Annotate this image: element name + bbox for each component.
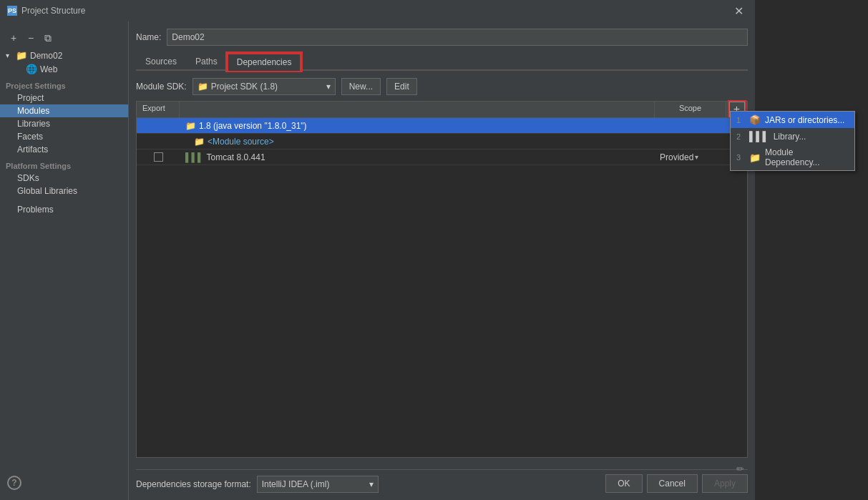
sidebar-item-global-libraries-label: Global Libraries [17,186,77,196]
col-header-scope: Scope [654,102,726,117]
table-row[interactable]: 📁 <Module source> [137,134,747,149]
sidebar-item-libraries-label: Libraries [17,119,50,129]
apply-button[interactable]: Apply [702,474,748,493]
help-button[interactable]: ? [7,476,21,490]
sidebar-item-project[interactable]: Project [0,92,128,104]
tab-sources[interactable]: Sources [136,53,186,69]
sdk-select[interactable]: 📁 Project SDK (1.8) ▾ [192,78,336,95]
sdk-select-arrow-icon: ▾ [326,82,331,92]
name-input[interactable] [167,29,748,46]
storage-select-arrow-icon: ▾ [369,479,374,489]
jars-icon: 📦 [749,114,761,125]
dropdown-item-library[interactable]: 2 ▌▌▌ Library... [731,128,854,144]
dropdown-item-jars[interactable]: 1 📦 JARs or directories... [731,112,854,128]
tabs-bar: Sources Paths Dependencies [136,53,748,71]
table-row[interactable]: ▌▌▌ Tomcat 8.0.441 Provided ▾ [137,149,747,165]
dropdown-item-1-label: JARs or directories... [765,115,844,125]
tree-item-demo02-label: Demo02 [30,51,62,61]
dialog-title: PS Project Structure [7,6,85,16]
dropdown-item-module-dep[interactable]: 3 📁 Module Dependency... [731,144,854,170]
sidebar-item-artifacts-label: Artifacts [17,144,48,155]
dropdown-item-2-num: 2 [736,132,745,141]
source-folder-icon: 📁 [194,137,205,147]
add-module-button[interactable]: + [6,30,21,46]
sidebar-item-modules-label: Modules [17,106,49,116]
dependencies-table-wrapper: Export Scope + 📁 1.8 (java version "1.8 [136,101,748,493]
bottom-buttons: OK Cancel Apply [605,474,748,493]
row1-name: 📁 1.8 (java version "1.8.0_31") [180,119,654,132]
dialog-close-button[interactable]: ✕ [730,3,748,19]
sidebar-item-global-libraries[interactable]: Global Libraries [0,185,128,197]
module-dep-icon: 📁 [749,152,761,163]
dropdown-item-3-num: 3 [736,153,745,162]
tab-dependencies[interactable]: Dependencies [227,53,302,71]
sidebar-item-project-label: Project [17,93,44,103]
ok-button[interactable]: OK [605,474,642,493]
tree-item-demo02[interactable]: ▾ 📁 Demo02 [0,49,128,62]
copy-module-button[interactable]: ⧉ [40,30,56,46]
sdk-select-value: Project SDK (1.8) [211,82,278,92]
dialog-body: + − ⧉ ▾ 📁 Demo02 🌐 Web Project Settings … [0,21,755,500]
cancel-button[interactable]: Cancel [647,474,698,493]
sdk-folder-icon2: 📁 [185,121,196,131]
library-menu-icon: ▌▌▌ [749,131,769,142]
main-content: Name: Sources Paths Dependencies Module … [129,21,755,500]
row1-check [137,124,180,127]
sdk-row: Module SDK: 📁 Project SDK (1.8) ▾ New...… [136,78,748,95]
tree-arrow-demo02: ▾ [6,52,13,59]
sidebar-item-modules[interactable]: Modules [0,104,128,117]
add-dependency-dropdown: 1 📦 JARs or directories... 2 ▌▌▌ Library… [730,111,855,171]
library-icon: ▌▌▌ [185,152,204,162]
dropdown-item-1-num: 1 [736,116,745,124]
sidebar: + − ⧉ ▾ 📁 Demo02 🌐 Web Project Settings … [0,21,129,500]
table-header: Export Scope + [136,101,748,117]
row3-name-text: Tomcat 8.0.441 [207,152,265,162]
sidebar-item-facets-label: Facets [17,132,43,142]
row3-name: ▌▌▌ Tomcat 8.0.441 [180,151,654,164]
scope-dropdown-arrow-icon: ▾ [695,153,698,161]
project-settings-header: Project Settings [0,76,128,92]
sidebar-toolbar: + − ⧉ [0,27,128,49]
tree-item-web-label: Web [40,64,57,74]
edit-sdk-button[interactable]: Edit [386,78,417,95]
row2-name: 📁 <Module source> [180,135,654,148]
name-row: Name: [136,29,748,46]
dependencies-table-body: 📁 1.8 (java version "1.8.0_31") 📁 <Modul… [136,117,748,458]
new-sdk-button[interactable]: New... [341,78,381,95]
storage-label: Dependencies storage format: [136,479,251,489]
tree-item-web[interactable]: 🌐 Web [0,62,128,76]
sidebar-item-sdks-label: SDKs [17,173,39,183]
platform-settings-header: Platform Settings [0,156,128,172]
pencil-area: ✏ [136,458,748,464]
dialog-titlebar: PS Project Structure ✕ [0,0,755,21]
col-header-export: Export [137,102,180,117]
row2-name-text: <Module source> [208,137,274,147]
sidebar-item-sdks[interactable]: SDKs [0,172,128,185]
demo02-folder-icon: 📁 [16,50,27,61]
ide-background [755,0,868,500]
scope-dropdown[interactable]: Provided ▾ [660,152,720,162]
row3-check[interactable] [137,151,180,163]
row3-checkbox[interactable] [154,152,163,162]
dropdown-item-3-label: Module Dependency... [765,147,849,167]
scope-value: Provided [660,152,693,162]
remove-module-button[interactable]: − [23,30,39,46]
row1-scope [654,124,726,127]
web-icon: 🌐 [26,64,37,74]
dialog-title-text: Project Structure [21,6,85,16]
table-row[interactable]: 📁 1.8 (java version "1.8.0_31") [137,118,747,134]
sidebar-item-libraries[interactable]: Libraries [0,117,128,130]
storage-select[interactable]: IntelliJ IDEA (.iml) ▾ [257,476,379,493]
dropdown-item-2-label: Library... [774,132,806,142]
dialog-icon: PS [7,6,17,16]
sidebar-item-problems-label: Problems [17,205,54,215]
sdk-label: Module SDK: [136,82,187,92]
project-structure-dialog: PS Project Structure ✕ + − ⧉ ▾ 📁 Demo02 … [0,0,755,500]
sidebar-item-artifacts[interactable]: Artifacts [0,143,128,156]
sidebar-item-problems[interactable]: Problems [0,203,128,216]
row1-name-text: 1.8 (java version "1.8.0_31") [199,121,307,131]
row3-scope: Provided ▾ [654,151,726,164]
tab-paths[interactable]: Paths [186,53,227,69]
sidebar-item-facets[interactable]: Facets [0,130,128,143]
sdk-folder-icon: 📁 [198,82,208,92]
